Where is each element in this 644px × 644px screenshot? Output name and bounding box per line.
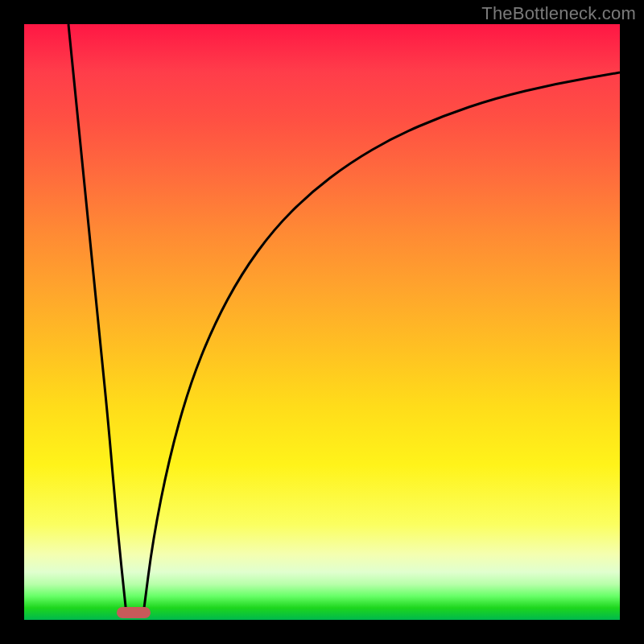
curve-left-branch (68, 24, 126, 614)
chart-stage: TheBottleneck.com (0, 0, 644, 644)
optimum-marker (117, 607, 151, 618)
curve-right-branch (143, 72, 620, 614)
plot-area (24, 24, 620, 620)
watermark-text: TheBottleneck.com (481, 3, 636, 24)
curve-layer (24, 24, 620, 620)
